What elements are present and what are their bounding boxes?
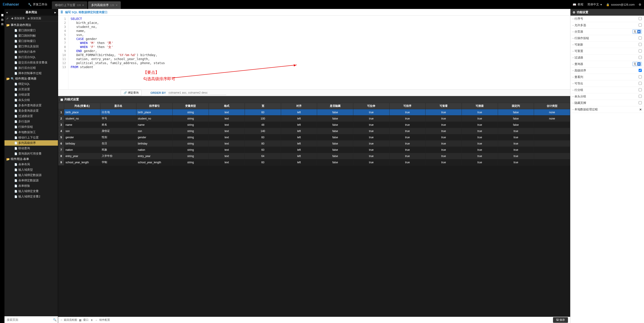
expand-icon[interactable]: ⤢ <box>6 17 8 20</box>
tree-group[interactable]: 📂事件及动作用法 <box>4 22 58 28</box>
property-checkbox[interactable] <box>639 36 642 39</box>
property-checkbox[interactable] <box>639 43 642 46</box>
table-row[interactable]: 1birth_place出生地birth_placestringtext60le… <box>58 109 570 115</box>
table-row[interactable]: 5gender性别genderstringtext60leftfalsetrue… <box>58 134 570 140</box>
vertical-tab[interactable]: 页面管理 <box>0 10 4 14</box>
tree-item[interactable]: 📄执行后台过程 <box>4 65 58 71</box>
column-header[interactable]: 排序索引 <box>136 103 173 109</box>
sql-editor[interactable]: 12345678910111213 SELECT birth_place, st… <box>58 16 570 89</box>
column-header[interactable]: 固定列 <box>498 103 534 109</box>
settings-button[interactable]: ⚙ <box>639 3 641 6</box>
table-row[interactable]: 8entry_year入学年份entry_yearstringtext64lef… <box>58 153 570 159</box>
property-checkbox[interactable] <box>639 88 642 91</box>
property-checkbox[interactable] <box>639 23 642 26</box>
tree-item[interactable]: 📄移动行上下位置 <box>4 135 58 140</box>
tree-item[interactable]: 📄复杂查询器设置 <box>4 108 58 113</box>
property-checkbox[interactable] <box>639 95 642 98</box>
bind-query-button[interactable]: 🔗 绑定查询 <box>121 90 142 96</box>
order-by-label: ORDER BY <box>150 91 166 94</box>
column-header[interactable]: 可查看 <box>426 103 462 109</box>
column-header[interactable]: 对齐 <box>281 103 317 109</box>
tree-item[interactable]: 📄查询器的可用变量 <box>4 151 58 156</box>
add-menu-button[interactable]: ✚ 添加菜单 <box>11 16 25 20</box>
play-icon[interactable]: ▸ <box>54 11 56 14</box>
column-header[interactable]: 宽 <box>245 103 281 109</box>
column-header[interactable]: 合计类型 <box>534 103 570 109</box>
table-row[interactable]: 3name姓名namestringtext48leftfalsetruetrue… <box>58 122 570 128</box>
tree-item[interactable]: 📄分组设置 <box>4 92 58 97</box>
property-checkbox[interactable] <box>639 82 642 85</box>
vertical-tab[interactable]: 全局配置 <box>0 19 4 23</box>
tree-item[interactable]: 📄输入域绑定变量 <box>4 189 58 194</box>
top-tab[interactable]: 多列高级排序126✕ <box>88 1 120 9</box>
property-checkbox[interactable] <box>639 101 642 104</box>
tree-group[interactable]: 📂🔍组件用法-查询器 <box>4 76 58 81</box>
column-header[interactable]: 列名(变量名) <box>64 103 100 109</box>
property-select[interactable]: 无▾ <box>632 62 642 66</box>
tree-item[interactable]: 📄绑定SQL <box>4 81 58 87</box>
tutorial-link[interactable]: 📖 教程 <box>573 2 584 6</box>
crumb-config[interactable]: 组件配置 <box>99 318 110 322</box>
user-menu[interactable]: 🔒 soooon@126.com <box>606 3 634 6</box>
column-header[interactable]: 可搜索 <box>462 103 498 109</box>
tree-item[interactable]: 📄本地数据加工 <box>4 130 58 135</box>
tree-item[interactable]: 📄动作执行条件 <box>4 49 58 54</box>
tree-item[interactable]: 📄分页设置 <box>4 87 58 92</box>
column-header[interactable] <box>58 103 64 109</box>
table-row[interactable]: 7nation民族nationstringtext60leftfalsetrue… <box>58 147 570 153</box>
tree-item[interactable]: 📄输入域绑定数据源 <box>4 172 58 178</box>
workbench-link[interactable]: 🔧 开发工作台 <box>28 2 48 6</box>
search-input[interactable] <box>6 317 53 322</box>
tree-item[interactable]: 📄窗口弹出及按回 <box>4 44 58 49</box>
column-header[interactable]: 变量类型 <box>172 103 209 109</box>
tree-item[interactable]: 📄多条件查询器设置 <box>4 103 58 108</box>
close-icon[interactable]: ✕ <box>116 4 118 7</box>
column-header[interactable]: 可拉伸 <box>353 103 390 109</box>
clear-button[interactable]: ✕ <box>639 108 642 111</box>
search-icon[interactable]: 🔍 <box>53 318 56 322</box>
property-checkbox[interactable] <box>639 69 642 72</box>
property-checkbox[interactable] <box>639 56 642 59</box>
tree-item[interactable]: 📄表单校验 <box>4 183 58 189</box>
vertical-tab[interactable]: 数据结构 <box>0 14 4 19</box>
tree-item[interactable]: 📄联动查询 <box>4 146 58 151</box>
property-checkbox[interactable] <box>639 49 642 52</box>
table-row[interactable]: 2student_no学号student_nostringtext100left… <box>58 115 570 122</box>
table-row[interactable]: 9school_year_length学制school_year_lengths… <box>58 159 570 166</box>
tree-item[interactable]: 📄多列高级排序 <box>4 140 58 146</box>
tree-item[interactable]: 📄多行选择 <box>4 119 58 124</box>
column-header[interactable]: 可排序 <box>389 103 426 109</box>
column-header[interactable]: 是否隐藏 <box>317 103 353 109</box>
tree-item[interactable]: 📄脚本控制事件过程 <box>4 71 58 76</box>
collapse-left-icon[interactable]: « <box>6 11 8 14</box>
tree-item[interactable]: 📄表单布局 <box>4 162 58 167</box>
property-checkbox[interactable] <box>639 75 642 78</box>
tree-item[interactable]: 📄执行后台SQL <box>4 54 58 60</box>
order-by-input[interactable] <box>168 90 226 95</box>
column-table[interactable]: 列名(变量名)显示名排序索引变量类型格式宽对齐是否隐藏可拉伸可排序可查看可搜索固… <box>58 103 570 166</box>
save-button[interactable]: 🖫 保存 <box>553 317 568 323</box>
add-page-button[interactable]: ⊕ 添加页面 <box>28 16 41 20</box>
column-header[interactable]: 显示名 <box>100 103 136 109</box>
tree-item[interactable]: 📄表头分组 <box>4 97 58 103</box>
property-checkbox[interactable] <box>639 17 642 20</box>
lang-dropdown[interactable]: 简体中文 ▾ <box>588 2 602 6</box>
tree-item[interactable]: 📄输入域类型 <box>4 167 58 172</box>
back-button[interactable]: ← 返回流程图 <box>60 318 77 322</box>
crumb-window[interactable]: 窗口 <box>83 318 88 322</box>
column-header[interactable]: 格式 <box>209 103 245 109</box>
tree-group[interactable]: 📂组件用法-表单 <box>4 156 58 162</box>
tree-item[interactable]: 📄过滤器设置 <box>4 113 58 119</box>
close-icon[interactable]: ✕ <box>82 4 84 7</box>
tree-item[interactable]: 📄表单绑定数据源 <box>4 178 58 183</box>
tree-item[interactable]: 📄输入域绑定变量2 <box>4 194 58 199</box>
table-row[interactable]: 6birthday生日birthdaystringtext80leftfalse… <box>58 140 570 147</box>
table-row[interactable]: 4ssn身份证ssnstringtext140leftfalsetruetrue… <box>58 128 570 134</box>
tree-item[interactable]: 📄窗口影响窗口 <box>4 38 58 44</box>
tree-item[interactable]: 📄行操作按钮 <box>4 124 58 130</box>
top-tab[interactable]: 移动行上下位置128✕ <box>52 1 87 9</box>
tree-item[interactable]: 📄提交后台前改变变量值 <box>4 60 58 65</box>
property-select[interactable]: 无▾ <box>632 29 642 34</box>
tree-item[interactable]: 📄窗口跳转到帧 <box>4 33 58 38</box>
tree-item[interactable]: 📄窗口跳转窗口 <box>4 28 58 33</box>
